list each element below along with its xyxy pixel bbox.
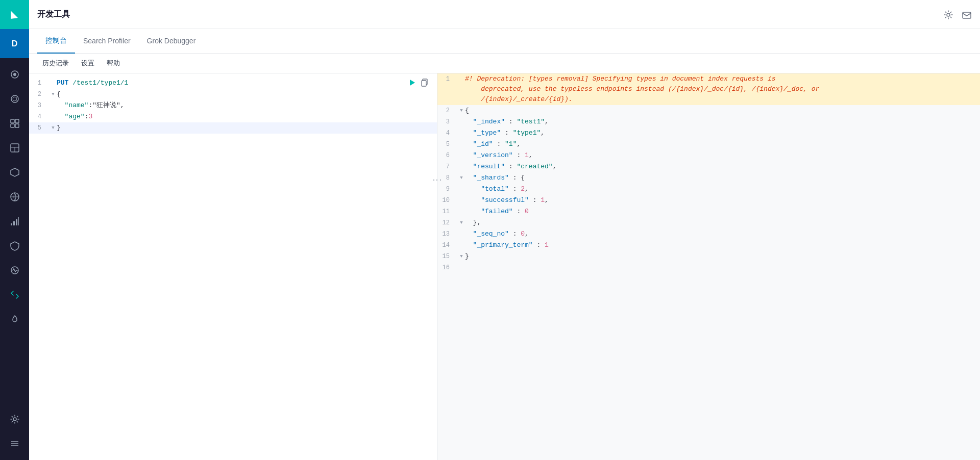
sidebar-item-monitoring[interactable] (0, 307, 29, 331)
output-line-8: 8 ▼ "_shards" : { (437, 172, 980, 184)
run-button[interactable] (408, 78, 416, 87)
svg-point-3 (13, 97, 17, 101)
sidebar-item-visualize[interactable] (0, 111, 29, 136)
right-panel: 1 #! Deprecation: [types removal] Specif… (437, 73, 980, 460)
editor-line-3: 3 "name":"狂神说", (29, 100, 437, 111)
svg-point-1 (13, 73, 16, 76)
sidebar-item-settings[interactable] (0, 407, 29, 431)
output-line-10: 10 "successful" : 1, (437, 195, 980, 206)
page-title: 开发工具 (37, 9, 70, 20)
topbar: 开发工具 (29, 0, 980, 29)
left-panel: 1 PUT /test1/type1/1 2 ▼ { 3 "name":"狂神说… (29, 73, 437, 460)
sidebar: D (0, 0, 29, 460)
mail-icon[interactable] (962, 9, 972, 19)
output-line-14: 14 "_primary_term" : 1 (437, 240, 980, 251)
settings-icon[interactable] (943, 9, 953, 19)
svg-rect-14 (11, 223, 12, 225)
sidebar-item-siem[interactable] (0, 234, 29, 258)
tab-search-profiler[interactable]: Search Profiler (75, 29, 139, 54)
svg-marker-11 (11, 168, 19, 176)
output-line-4: 4 "_type" : "type1", (437, 127, 980, 139)
sidebar-item-apm[interactable] (0, 258, 29, 283)
sidebar-item-maps[interactable] (0, 185, 29, 209)
nav-history[interactable]: 历史记录 (37, 57, 74, 70)
editor-line-4: 4 "age":3 (29, 111, 437, 122)
output-line-13: 13 "_seq_no" : 0, (437, 228, 980, 240)
svg-rect-4 (11, 119, 14, 123)
editor-area: 1 PUT /test1/type1/1 2 ▼ { 3 "name":"狂神说… (29, 73, 980, 460)
output-line-16: 16 (437, 262, 980, 273)
editor-line-1: 1 PUT /test1/type1/1 (29, 78, 437, 89)
secondary-nav: 历史记录 设置 帮助 (29, 54, 980, 73)
panel-toolbar (404, 75, 433, 89)
sidebar-item-metrics[interactable] (0, 209, 29, 234)
svg-rect-24 (963, 12, 971, 18)
svg-rect-15 (13, 221, 15, 225)
svg-point-19 (13, 418, 16, 421)
panel-more-menu[interactable]: ⋮ (432, 175, 443, 185)
code-editor[interactable]: 1 PUT /test1/type1/1 2 ▼ { 3 "name":"狂神说… (29, 73, 437, 460)
sidebar-item-devtools[interactable] (0, 283, 29, 307)
svg-rect-5 (15, 119, 19, 123)
kibana-logo[interactable] (0, 0, 29, 29)
output-line-7: 7 "result" : "created", (437, 161, 980, 172)
output-line-1: 1 #! Deprecation: [types removal] Specif… (437, 73, 980, 105)
topbar-right (943, 9, 972, 19)
user-avatar[interactable]: D (0, 29, 29, 58)
svg-marker-25 (410, 80, 415, 86)
svg-rect-16 (16, 219, 17, 225)
sidebar-item-canvas[interactable] (0, 160, 29, 185)
output-line-11: 11 "failed" : 0 (437, 206, 980, 217)
svg-rect-17 (18, 217, 19, 225)
svg-rect-6 (11, 124, 14, 127)
sidebar-nav (0, 58, 29, 407)
output-line-3: 3 "_index" : "test1", (437, 116, 980, 127)
svg-rect-7 (15, 124, 19, 127)
sidebar-bottom (0, 407, 29, 460)
output-line-2: 2 ▼ { (437, 105, 980, 116)
tab-grok-debugger[interactable]: Grok Debugger (139, 29, 204, 54)
output-line-5: 5 "_id" : "1", (437, 139, 980, 150)
tab-console[interactable]: 控制台 (37, 29, 75, 54)
editor-line-5: 5 ▼ } (29, 122, 437, 134)
sidebar-item-home[interactable] (0, 62, 29, 87)
svg-point-23 (947, 13, 950, 16)
nav-help[interactable]: 帮助 (102, 57, 125, 70)
main-content: 开发工具 控制台 Search Profiler Grok Debugger 历… (29, 0, 980, 460)
svg-rect-27 (422, 81, 426, 86)
svg-point-2 (11, 95, 18, 103)
sidebar-item-collapse[interactable] (0, 431, 29, 456)
topbar-left: 开发工具 (37, 9, 70, 20)
output-line-9: 9 "total" : 2, (437, 184, 980, 195)
nav-settings[interactable]: 设置 (76, 57, 100, 70)
output-line-6: 6 "_version" : 1, (437, 150, 980, 161)
output-line-15: 15 ▼ } (437, 251, 980, 262)
editor-line-2: 2 ▼ { (29, 89, 437, 100)
sidebar-item-dashboard[interactable] (0, 136, 29, 160)
copy-button[interactable] (421, 78, 429, 87)
output-line-12: 12 ▼ }, (437, 217, 980, 228)
sidebar-item-discover[interactable] (0, 87, 29, 111)
tab-nav: 控制台 Search Profiler Grok Debugger (29, 29, 980, 54)
